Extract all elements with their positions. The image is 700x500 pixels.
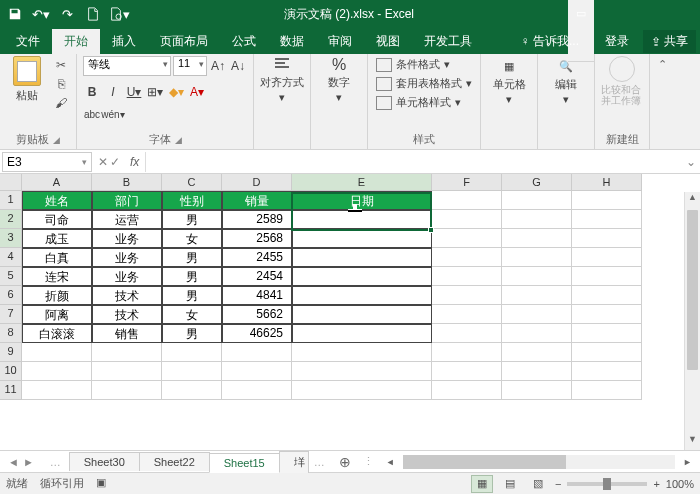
- cell[interactable]: 男: [162, 248, 222, 267]
- sheet-nav-more[interactable]: …: [42, 456, 69, 468]
- cell[interactable]: [222, 343, 292, 362]
- font-name-select[interactable]: 等线: [83, 56, 171, 76]
- scroll-down-icon[interactable]: ▼: [685, 434, 700, 450]
- cell[interactable]: [502, 286, 572, 305]
- cell[interactable]: [572, 286, 642, 305]
- zoom-level[interactable]: 100%: [666, 478, 694, 490]
- tab-data[interactable]: 数据: [268, 29, 316, 54]
- cell[interactable]: 男: [162, 286, 222, 305]
- cell[interactable]: [92, 362, 162, 381]
- font-launcher[interactable]: ◢: [175, 135, 182, 145]
- format-painter-icon[interactable]: 🖌: [52, 94, 70, 112]
- cell[interactable]: [162, 381, 222, 400]
- border-button[interactable]: ⊞▾: [146, 83, 164, 101]
- cell[interactable]: [292, 267, 432, 286]
- cell[interactable]: 折颜: [22, 286, 92, 305]
- cell[interactable]: [292, 305, 432, 324]
- row-header[interactable]: 4: [0, 248, 22, 267]
- cell[interactable]: 销量: [222, 191, 292, 210]
- cell[interactable]: [432, 343, 502, 362]
- cell[interactable]: [432, 362, 502, 381]
- cell[interactable]: 女: [162, 305, 222, 324]
- cell[interactable]: 男: [162, 324, 222, 343]
- align-button[interactable]: 对齐方式▾: [260, 56, 304, 104]
- cell[interactable]: 女: [162, 229, 222, 248]
- underline-button[interactable]: U▾: [125, 83, 143, 101]
- enter-formula-icon[interactable]: ✓: [110, 155, 120, 169]
- sheet-tab-1[interactable]: Sheet30: [69, 452, 140, 471]
- cell[interactable]: [292, 248, 432, 267]
- cell[interactable]: [432, 248, 502, 267]
- col-header[interactable]: E: [292, 174, 432, 191]
- cell[interactable]: [502, 248, 572, 267]
- page-break-view-icon[interactable]: ▧: [527, 475, 549, 493]
- cells-button[interactable]: ▦单元格▾: [487, 56, 531, 106]
- cell[interactable]: 成玉: [22, 229, 92, 248]
- cell[interactable]: 业务: [92, 248, 162, 267]
- save-icon[interactable]: [4, 3, 26, 25]
- sheet-nav-next-icon[interactable]: ►: [23, 456, 34, 468]
- fx-icon[interactable]: fx: [124, 155, 145, 169]
- scroll-thumb[interactable]: [687, 210, 698, 370]
- cell[interactable]: [432, 229, 502, 248]
- page-layout-view-icon[interactable]: ▤: [499, 475, 521, 493]
- cell[interactable]: [502, 343, 572, 362]
- edit-button[interactable]: 🔍编辑▾: [544, 56, 588, 106]
- row-header[interactable]: 9: [0, 343, 22, 362]
- tab-split-handle[interactable]: ⋮: [359, 455, 378, 468]
- cell[interactable]: [572, 381, 642, 400]
- sheet-nav-prev-icon[interactable]: ◄: [8, 456, 19, 468]
- increase-font-icon[interactable]: A↑: [209, 57, 227, 75]
- italic-button[interactable]: I: [104, 83, 122, 101]
- cell[interactable]: [502, 210, 572, 229]
- cell[interactable]: [502, 267, 572, 286]
- tab-formulas[interactable]: 公式: [220, 29, 268, 54]
- col-header[interactable]: H: [572, 174, 642, 191]
- row-header[interactable]: 6: [0, 286, 22, 305]
- copy-icon[interactable]: ⎘: [52, 75, 70, 93]
- cell[interactable]: [292, 324, 432, 343]
- tell-me[interactable]: ♀ 告诉我...: [509, 29, 591, 54]
- cell[interactable]: 销售: [92, 324, 162, 343]
- cell[interactable]: [572, 362, 642, 381]
- cell[interactable]: 部门: [92, 191, 162, 210]
- col-header[interactable]: C: [162, 174, 222, 191]
- cell[interactable]: [572, 324, 642, 343]
- cell[interactable]: [292, 229, 432, 248]
- fill-handle[interactable]: [428, 227, 434, 233]
- cell[interactable]: [432, 267, 502, 286]
- cell[interactable]: [572, 305, 642, 324]
- phonetic-field-button[interactable]: wén▾: [104, 105, 122, 123]
- row-header[interactable]: 10: [0, 362, 22, 381]
- decrease-font-icon[interactable]: A↓: [229, 57, 247, 75]
- undo-icon[interactable]: ↶▾: [30, 3, 52, 25]
- phonetic-button[interactable]: abc: [83, 105, 101, 123]
- tab-home[interactable]: 开始: [52, 29, 100, 54]
- row-header[interactable]: 2: [0, 210, 22, 229]
- redo-icon[interactable]: ↷: [56, 3, 78, 25]
- cell[interactable]: 46625: [222, 324, 292, 343]
- cell[interactable]: 男: [162, 267, 222, 286]
- clipboard-launcher[interactable]: ◢: [53, 135, 60, 145]
- worksheet-grid[interactable]: ABCDEFGH1姓名部门性别销量日期2司命运营男25893成玉业务女25684…: [0, 174, 700, 450]
- cell[interactable]: [432, 305, 502, 324]
- cell[interactable]: [292, 210, 432, 229]
- cell[interactable]: [502, 191, 572, 210]
- cell[interactable]: [22, 343, 92, 362]
- hscroll-left-icon[interactable]: ◄: [382, 457, 399, 467]
- horizontal-scrollbar[interactable]: ◄ ►: [378, 455, 700, 469]
- col-header[interactable]: A: [22, 174, 92, 191]
- zoom-in-icon[interactable]: +: [653, 478, 659, 490]
- cell[interactable]: 技术: [92, 286, 162, 305]
- zoom-thumb[interactable]: [603, 478, 611, 490]
- cell[interactable]: 运营: [92, 210, 162, 229]
- new-icon[interactable]: [82, 3, 104, 25]
- tab-developer[interactable]: 开发工具: [412, 29, 484, 54]
- row-header[interactable]: 11: [0, 381, 22, 400]
- cell[interactable]: [572, 343, 642, 362]
- zoom-out-icon[interactable]: −: [555, 478, 561, 490]
- tab-file[interactable]: 文件: [4, 29, 52, 54]
- cell[interactable]: 男: [162, 210, 222, 229]
- zoom-slider[interactable]: [567, 482, 647, 486]
- cell[interactable]: [572, 191, 642, 210]
